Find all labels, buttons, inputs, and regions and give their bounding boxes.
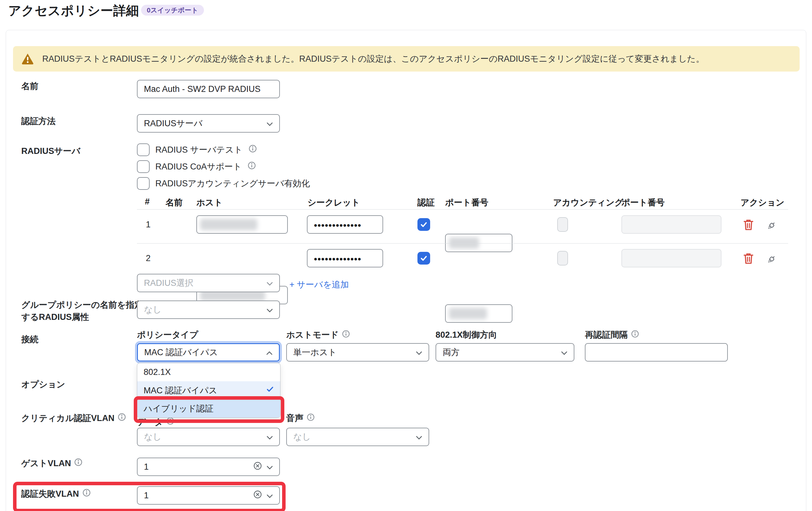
- name-input[interactable]: [144, 84, 273, 94]
- row-num: 2: [146, 253, 151, 263]
- menu-item-mac-auth-bypass[interactable]: MAC 認証バイパス: [137, 381, 280, 399]
- check-icon: [420, 221, 428, 228]
- radius-accounting-checkbox[interactable]: [137, 177, 150, 190]
- page-title: アクセスポリシー詳細: [8, 2, 139, 19]
- group-policy-label-line1: グループポリシーの名前を指定: [21, 299, 143, 311]
- menu-item-8021x[interactable]: 802.1X: [137, 363, 280, 381]
- info-icon[interactable]: [118, 413, 126, 424]
- failed-vlan-select[interactable]: 1: [137, 486, 280, 505]
- col-header-actions: アクション: [741, 197, 784, 208]
- trash-icon: [743, 218, 754, 231]
- radius-accounting-row: RADIUSアカウンティングサーバ有効化: [137, 177, 310, 190]
- policy-card: RADIUSテストとRADIUSモニタリングの設定が統合されました。RADIUS…: [6, 30, 806, 511]
- chevron-down-icon: [266, 432, 273, 442]
- test-server-button-row1[interactable]: [766, 220, 777, 233]
- critical-vlan-label: クリティカル認証VLAN: [21, 412, 126, 424]
- auth-method-label: 認証方法: [21, 115, 56, 127]
- failed-vlan-label-text: 認証失敗VLAN: [21, 488, 79, 500]
- info-icon[interactable]: [307, 413, 315, 424]
- table-divider: [137, 209, 788, 210]
- reauth-interval-label: 再認証間隔: [585, 329, 639, 341]
- port-input-row2[interactable]: [445, 304, 513, 323]
- failed-vlan-label: 認証失敗VLAN: [21, 488, 91, 500]
- policy-type-value: MAC 認証バイパス: [144, 347, 218, 358]
- chevron-down-icon: [416, 432, 422, 442]
- auth-checkbox-row1[interactable]: [417, 218, 430, 231]
- col-header-host: ホスト: [196, 197, 223, 208]
- host-mode-label: ホストモード: [286, 329, 350, 341]
- radius-test-checkbox[interactable]: [137, 143, 150, 156]
- radius-select[interactable]: RADIUS選択: [137, 274, 280, 292]
- info-icon[interactable]: [248, 161, 256, 172]
- policy-type-select[interactable]: MAC 認証バイパス: [137, 343, 280, 361]
- info-icon[interactable]: [249, 144, 257, 155]
- radius-coa-checkbox[interactable]: [137, 160, 150, 173]
- guest-vlan-select[interactable]: 1: [137, 458, 280, 476]
- add-server-link[interactable]: + サーバを追加: [289, 279, 349, 290]
- info-icon[interactable]: [631, 330, 639, 340]
- info-icon[interactable]: [166, 417, 174, 427]
- group-policy-select[interactable]: なし: [137, 300, 280, 319]
- reauth-interval-input[interactable]: [592, 348, 721, 357]
- control-direction-label: 802.1X制御方向: [436, 329, 497, 341]
- col-header-port: ポート番号: [445, 197, 488, 208]
- menu-item-label: 802.1X: [144, 367, 171, 377]
- voice-vlan-select[interactable]: なし: [286, 428, 429, 446]
- info-icon[interactable]: [342, 330, 350, 340]
- menu-item-label: ハイブリッド認証: [144, 403, 213, 414]
- guest-vlan-value: 1: [144, 462, 149, 472]
- auth-checkbox-row2[interactable]: [417, 252, 430, 265]
- chevron-down-icon: [266, 491, 273, 501]
- info-icon[interactable]: [82, 488, 91, 499]
- radius-server-label: RADIUSサーバ: [21, 145, 80, 157]
- clear-icon[interactable]: [253, 461, 262, 473]
- test-connection-icon: [766, 254, 777, 265]
- trash-icon: [743, 252, 754, 265]
- info-icon[interactable]: [74, 458, 83, 469]
- chevron-down-icon: [561, 348, 568, 357]
- auth-method-select[interactable]: RADIUSサーバ: [137, 114, 280, 133]
- policy-type-menu: 802.1X MAC 認証バイパス ハイブリッド認証: [137, 363, 281, 418]
- col-header-accounting: アカウンティング: [553, 197, 623, 208]
- delete-server-button-row1[interactable]: [743, 218, 754, 233]
- delete-server-button-row2[interactable]: [743, 252, 754, 266]
- voice-vlan-label: 音声: [286, 412, 315, 424]
- switchport-count-badge: 0スイッチポート: [141, 5, 204, 16]
- acct-port-input-row1[interactable]: [621, 215, 722, 234]
- port-input-row1[interactable]: [445, 234, 513, 252]
- host-input-row1[interactable]: [196, 215, 288, 234]
- row-divider: [137, 243, 788, 244]
- policy-type-label: ポリシータイプ: [137, 329, 198, 341]
- secret-input-row2[interactable]: •••••••••••••: [307, 249, 383, 267]
- secret-input-row1[interactable]: •••••••••••••: [307, 215, 383, 234]
- selected-check-icon: [266, 385, 274, 395]
- guest-vlan-label: ゲストVLAN: [21, 458, 83, 469]
- acct-port-input-row2[interactable]: [621, 249, 722, 267]
- name-label: 名前: [21, 80, 38, 92]
- radius-accounting-label: RADIUSアカウンティングサーバ有効化: [155, 178, 310, 189]
- data-vlan-select[interactable]: なし: [137, 428, 280, 446]
- host-mode-value: 単一ホスト: [293, 347, 337, 358]
- chevron-down-icon: [266, 305, 273, 315]
- clear-icon[interactable]: [253, 490, 262, 501]
- voice-vlan-placeholder: なし: [293, 431, 311, 442]
- menu-item-label: MAC 認証バイパス: [144, 385, 217, 396]
- row-num: 1: [146, 220, 151, 230]
- guest-vlan-label-text: ゲストVLAN: [21, 458, 71, 469]
- chevron-down-icon: [416, 348, 422, 357]
- options-label: オプション: [21, 379, 65, 390]
- test-server-button-row2[interactable]: [766, 254, 777, 266]
- voice-vlan-label-text: 音声: [286, 412, 303, 424]
- control-direction-select[interactable]: 両方: [436, 343, 574, 361]
- accounting-checkbox-row1[interactable]: [557, 217, 568, 232]
- secret-dots: •••••••••••••: [314, 252, 361, 265]
- chevron-down-icon: [266, 118, 273, 129]
- col-header-acct-port: ポート番号: [621, 197, 665, 208]
- check-icon: [420, 254, 428, 262]
- warning-icon: [21, 53, 34, 64]
- host-mode-select[interactable]: 単一ホスト: [286, 343, 429, 361]
- host-mode-label-text: ホストモード: [286, 329, 339, 341]
- accounting-checkbox-row2[interactable]: [557, 251, 568, 266]
- menu-item-hybrid-auth[interactable]: ハイブリッド認証: [137, 399, 280, 418]
- redacted-port-value: [449, 308, 487, 319]
